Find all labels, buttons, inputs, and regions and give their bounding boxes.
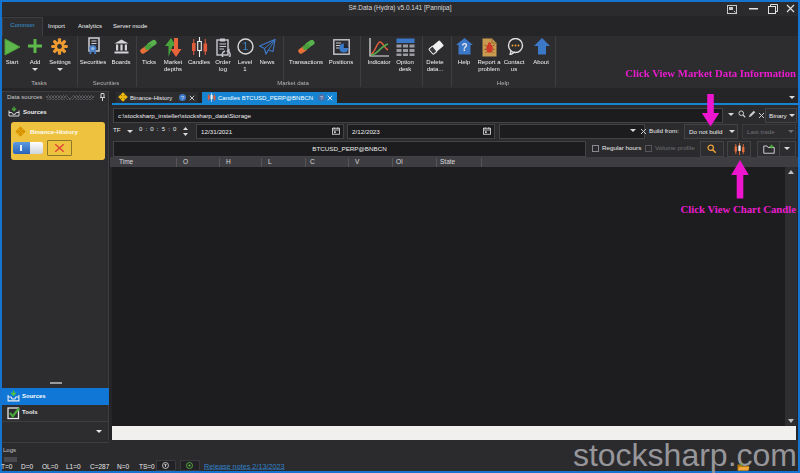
svg-text:1: 1 [243, 40, 249, 52]
svg-text:?: ? [461, 42, 467, 53]
